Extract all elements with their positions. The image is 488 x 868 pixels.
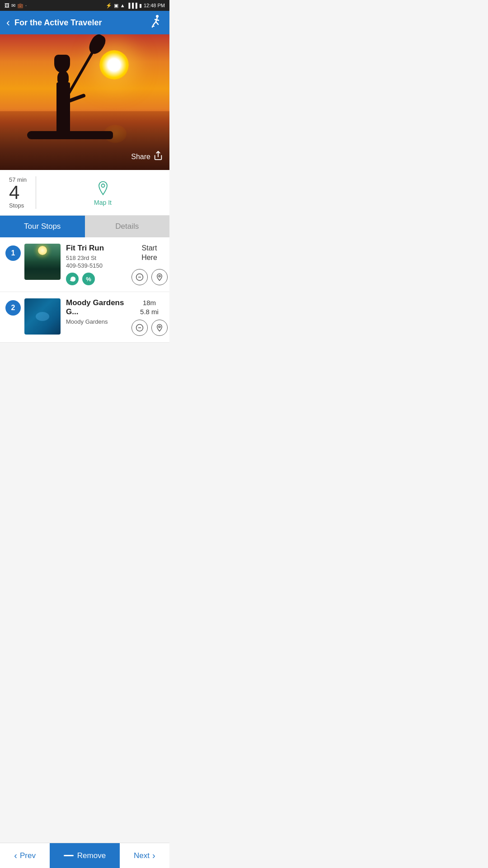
svg-line-3 — [156, 22, 158, 24]
dot-icon: · — [25, 3, 27, 8]
share-icon — [153, 151, 163, 163]
paddle — [62, 39, 101, 103]
stop-address-1: 518 23rd St — [66, 255, 135, 261]
stops-count: 4 — [9, 183, 27, 202]
svg-line-4 — [155, 19, 159, 20]
back-button[interactable]: ‹ — [6, 16, 10, 29]
stop-actions-2 — [131, 320, 168, 336]
remove-stop-button-2[interactable] — [131, 320, 148, 336]
stop-name-2: Moody Gardens G... — [66, 298, 135, 316]
mail-icon: ✉ — [11, 3, 15, 9]
hiker-icon — [150, 14, 163, 31]
tab-tour-stops[interactable]: Tour Stops — [0, 216, 85, 237]
page-title: For the Active Traveler — [14, 18, 150, 28]
tab-details[interactable]: Details — [85, 216, 170, 237]
stop-distance-2: 18m 5.8 mi — [140, 298, 159, 316]
paddle-blade — [86, 34, 108, 57]
signal-icon: ▐▐▐ — [127, 3, 137, 8]
discount-badge[interactable]: % — [82, 273, 95, 285]
battery-icon: ▮ — [139, 3, 142, 9]
tab-bar: Tour Stops Details — [0, 216, 169, 237]
stop-thumbnail-1 — [24, 244, 61, 280]
silhouette — [23, 43, 113, 143]
wifi-icon: ▲ — [120, 3, 125, 8]
person-body — [56, 82, 70, 132]
stop-phone-1: 409-539-5150 — [66, 262, 135, 269]
stop-info-2: Moody Gardens G... Moody Gardens — [66, 298, 135, 336]
share-button[interactable]: Share — [131, 151, 163, 163]
locate-stop-button-2[interactable] — [151, 320, 168, 336]
status-bar: 🖼 ✉ 💼 · ⚡ ▣ ▲ ▐▐▐ ▮ 12:48 PM — [0, 0, 169, 11]
stop-number-1: 1 — [5, 245, 21, 261]
stop-name-1: Fit Tri Run — [66, 244, 135, 253]
hero-image: Share — [0, 34, 169, 170]
stop-badges-1: % — [66, 273, 135, 285]
briefcase-icon: 💼 — [17, 3, 23, 9]
stops-label: Stops — [9, 202, 27, 209]
stats-left: 57 min 4 Stops — [9, 176, 36, 209]
map-label: Map It — [94, 199, 112, 206]
stop-info-1: Fit Tri Run 518 23rd St 409-539-5150 % — [66, 244, 135, 285]
table-row: 2 Moody Gardens G... Moody Gardens 18m 5… — [0, 292, 169, 343]
svg-point-14 — [159, 326, 160, 328]
stop-actions-1 — [131, 269, 168, 285]
map-pin-icon — [94, 179, 112, 197]
status-time: 12:48 PM — [144, 3, 165, 8]
photo-icon: 🖼 — [5, 3, 9, 8]
locate-stop-button-1[interactable] — [151, 269, 168, 285]
stop-address-2: Moody Gardens — [66, 318, 135, 325]
share-label: Share — [131, 153, 150, 161]
nfc-icon: ▣ — [114, 3, 118, 9]
header: ‹ For the Active Traveler — [0, 11, 169, 34]
remove-stop-button-1[interactable] — [131, 269, 148, 285]
stop-start-label: Start Here — [141, 244, 157, 263]
stop-right-2: 18m 5.8 mi — [135, 298, 164, 336]
person-arm — [68, 93, 86, 103]
stats-section: 57 min 4 Stops Map It — [0, 170, 169, 216]
table-row: 1 Fit Tri Run 518 23rd St 409-539-5150 %… — [0, 237, 169, 292]
stop-number-2: 2 — [5, 300, 21, 316]
person-hair — [54, 55, 70, 73]
status-left-icons: 🖼 ✉ 💼 · — [5, 3, 27, 9]
info-badge[interactable] — [66, 273, 79, 285]
status-right-icons: ⚡ ▣ ▲ ▐▐▐ ▮ 12:48 PM — [106, 3, 165, 9]
stop-thumbnail-2 — [24, 298, 61, 335]
svg-point-8 — [101, 184, 104, 187]
board — [27, 131, 113, 139]
bluetooth-icon: ⚡ — [106, 3, 112, 9]
stop-right-1: Start Here — [135, 244, 164, 285]
map-it-button[interactable]: Map It — [36, 179, 160, 206]
svg-point-11 — [159, 275, 160, 277]
stops-list: 1 Fit Tri Run 518 23rd St 409-539-5150 %… — [0, 237, 169, 343]
